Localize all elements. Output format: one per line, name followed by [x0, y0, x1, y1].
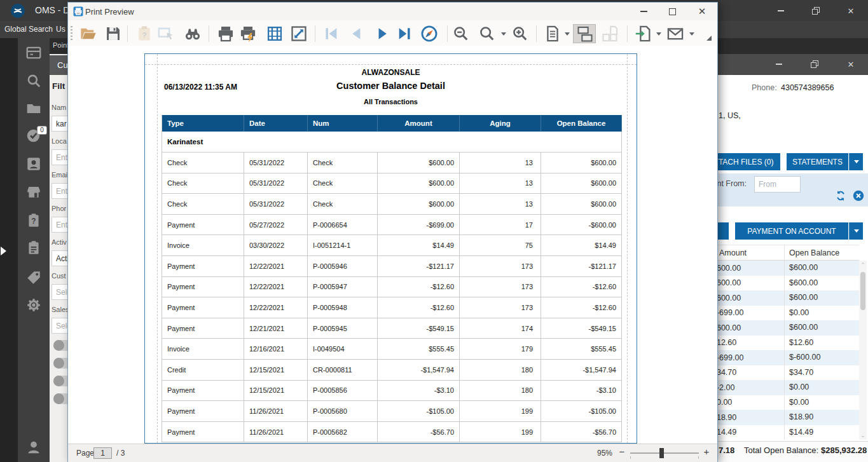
open-document-icon[interactable]: [79, 25, 97, 43]
navigation-compass-icon[interactable]: [420, 25, 438, 43]
export-document-icon[interactable]: [635, 25, 652, 43]
folder-icon[interactable]: [25, 100, 42, 117]
table-row[interactable]: $600.00$600.00: [699, 261, 859, 276]
preview-close-button[interactable]: ✕: [691, 4, 713, 19]
search-icon[interactable]: [25, 72, 42, 89]
send-email-icon[interactable]: [666, 25, 684, 43]
scroll-up-icon[interactable]: ⌃: [860, 262, 865, 268]
table-row[interactable]: $12.60$12.60: [699, 336, 859, 351]
menu-users[interactable]: Us: [56, 25, 65, 34]
page-view-icon[interactable]: [544, 25, 561, 43]
zoom-increase-button[interactable]: +: [702, 446, 711, 457]
table-cell: Payment: [162, 277, 244, 297]
sales-rep-label: Sales: [52, 306, 69, 313]
main-restore-button[interactable]: [806, 4, 825, 18]
table-row[interactable]: $600.00$600.00: [699, 290, 859, 306]
balance-table-scrollbar[interactable]: ⌃ ⌄: [859, 261, 867, 440]
clear-filter-icon[interactable]: [853, 190, 864, 204]
dashboard-icon[interactable]: [25, 44, 42, 61]
print-icon[interactable]: [217, 25, 235, 43]
table-cell: Check: [162, 194, 244, 214]
zoom-dropdown-icon[interactable]: [501, 32, 506, 36]
amount-from-input[interactable]: [754, 176, 801, 193]
flyout-expander-icon[interactable]: [1, 247, 6, 255]
customer-minimize-button[interactable]: [769, 57, 789, 71]
store-icon[interactable]: [25, 184, 42, 200]
menu-global-search[interactable]: Global Search: [4, 25, 53, 34]
payment-on-account-button[interactable]: PAYMENT ON ACCOUNT: [735, 222, 848, 240]
table-cell: -$1,547.94: [541, 360, 622, 380]
page-number-input[interactable]: [93, 447, 112, 459]
last-page-icon[interactable]: [396, 25, 414, 43]
zoom-slider-thumb[interactable]: [659, 448, 664, 458]
main-close-button[interactable]: ✕: [841, 4, 860, 18]
table-row[interactable]: $-2.00$0.00: [699, 380, 859, 395]
preview-minimize-button[interactable]: [633, 4, 654, 19]
table-cell: 05/31/2022: [244, 153, 308, 173]
tag-icon[interactable]: [25, 269, 42, 286]
table-row[interactable]: $14.49$14.49: [699, 425, 859, 440]
refresh-icon[interactable]: [835, 190, 846, 204]
table-cell: 173: [460, 256, 541, 276]
tasks-badge: 0: [37, 126, 47, 135]
table-cell: 12/22/2021: [244, 277, 308, 297]
export-dropdown-icon[interactable]: [656, 32, 661, 36]
table-row[interactable]: $0.00$0.00: [699, 395, 859, 411]
page-view-dropdown-icon[interactable]: [565, 32, 570, 36]
svg-text:?: ?: [142, 31, 146, 39]
statements-button[interactable]: STATEMENTS: [787, 153, 848, 170]
module-tab-point[interactable]: Point: [53, 41, 69, 49]
table-cell: P-0005948: [308, 297, 378, 318]
user-icon[interactable]: [25, 439, 42, 456]
margin-guide[interactable]: [145, 64, 637, 65]
table-row[interactable]: $600.00$600.00: [699, 276, 859, 291]
scale-icon[interactable]: [290, 25, 308, 43]
pointer-select-icon[interactable]: [157, 25, 175, 43]
customer-close-button[interactable]: ✕: [841, 57, 860, 71]
zoom-decrease-button[interactable]: −: [617, 446, 626, 457]
attach-files-button[interactable]: TTACH FILES (0): [707, 153, 780, 170]
open-balance-column-header[interactable]: Open Balance: [784, 245, 859, 260]
page-margins-icon[interactable]: [266, 25, 284, 43]
scroll-down-icon[interactable]: ⌄: [860, 433, 865, 438]
find-icon[interactable]: [184, 25, 202, 43]
facing-pages-icon[interactable]: [573, 24, 596, 43]
preview-maximize-button[interactable]: [661, 4, 683, 19]
table-row[interactable]: $18.90$18.90: [699, 410, 859, 425]
email-dropdown-icon[interactable]: [689, 32, 694, 36]
table-cell: Check: [308, 173, 378, 194]
active-label: Activ: [52, 238, 67, 246]
toolbar-grip[interactable]: [71, 26, 72, 41]
save-icon[interactable]: [104, 25, 122, 43]
clipboard-help-icon[interactable]: ?: [135, 25, 153, 43]
zoom-in-icon[interactable]: [511, 25, 529, 43]
table-row[interactable]: $34.70$34.70: [699, 365, 859, 381]
margin-guide[interactable]: [627, 54, 628, 443]
clipboard-list-icon[interactable]: [25, 240, 42, 256]
table-cell: Payment: [162, 422, 244, 442]
quick-print-icon[interactable]: [239, 25, 257, 43]
customer-restore-button[interactable]: [805, 57, 824, 71]
scrollbar-thumb[interactable]: [860, 272, 865, 310]
margin-guide[interactable]: [157, 54, 158, 443]
contact-card-icon[interactable]: [25, 156, 42, 172]
zoom-slider[interactable]: [630, 452, 699, 454]
table-cell: 05/31/2022: [244, 194, 308, 214]
zoom-icon[interactable]: [478, 25, 496, 43]
table-row[interactable]: $-699.00$0.00: [699, 306, 859, 321]
previous-page-icon[interactable]: [347, 25, 365, 43]
page-copies-icon[interactable]: [601, 25, 619, 43]
clipboard-question-icon[interactable]: ?: [25, 212, 42, 229]
main-minimize-button[interactable]: [771, 4, 790, 18]
first-page-icon[interactable]: [322, 25, 340, 43]
zoom-out-icon[interactable]: [452, 25, 470, 43]
next-page-icon[interactable]: [374, 25, 392, 43]
table-row[interactable]: $-699.00$-600.00: [699, 350, 859, 365]
table-cell: -$549.15: [541, 318, 622, 339]
table-cell: P-0005682: [308, 422, 378, 442]
payment-dropdown-button[interactable]: [849, 222, 863, 240]
settings-gear-icon[interactable]: [25, 297, 42, 313]
table-row[interactable]: $600.00$600.00: [699, 320, 859, 336]
statements-dropdown-button[interactable]: [849, 153, 863, 170]
toolbar-overflow-icon[interactable]: [706, 36, 712, 41]
